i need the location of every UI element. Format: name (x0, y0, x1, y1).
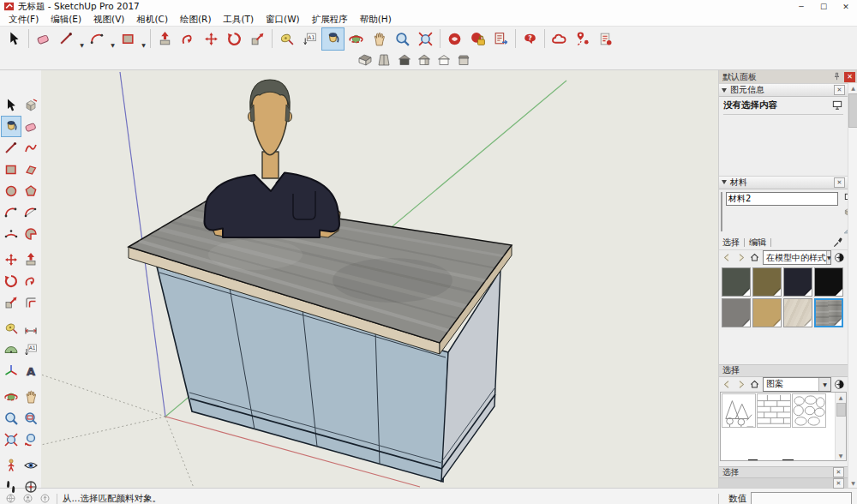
line-button[interactable] (1, 137, 21, 159)
materials-close-button[interactable]: ✕ (834, 177, 845, 188)
follow-me-button[interactable] (21, 270, 42, 291)
pin-icon[interactable] (831, 71, 842, 82)
scroll-up-icon[interactable]: ▲ (836, 393, 846, 402)
scroll-up-icon[interactable]: ▲ (848, 83, 857, 93)
material-collection-dropdown[interactable]: 在模型中的样式 ▼ (763, 250, 831, 265)
menu-item[interactable]: 相机(C) (130, 13, 174, 26)
back-view-button[interactable] (434, 51, 453, 69)
tray-close-button[interactable]: ✕ (844, 72, 855, 82)
zoom-window-button[interactable] (21, 407, 42, 429)
text-button[interactable]: A1 (21, 339, 42, 360)
paint-bucket-button[interactable] (1, 116, 21, 137)
minimize-button[interactable]: ─ (790, 0, 812, 13)
maximize-button[interactable]: ☐ (812, 0, 835, 13)
pie-button[interactable] (21, 223, 42, 244)
style-thumbnail-sketchy-stones[interactable] (792, 393, 826, 428)
tray-header[interactable]: 默认面板 ✕ (719, 70, 857, 83)
line-tools-button[interactable] (55, 27, 78, 51)
iso-view-button[interactable] (355, 51, 375, 69)
collapsed-section[interactable]: 选择 ✕ (719, 466, 848, 477)
styles-scrollbar[interactable]: ▲ ▼ (835, 393, 846, 460)
dropdown-caret-icon[interactable]: ▼ (818, 378, 830, 391)
line-tools-dropdown-caret[interactable]: ▼ (78, 27, 86, 51)
zoom-button[interactable] (1, 407, 21, 429)
menu-item[interactable]: 编辑(E) (45, 13, 87, 26)
paint-bucket-button[interactable] (321, 27, 345, 51)
arc-tools-dropdown-caret[interactable]: ▼ (109, 27, 117, 51)
zoom-extents-button[interactable] (414, 27, 437, 51)
measurements-input[interactable] (751, 492, 852, 504)
left-view-button[interactable] (453, 51, 473, 69)
sign-in-icon[interactable] (39, 493, 51, 504)
collapsed-close-button[interactable]: ✕ (833, 467, 844, 477)
styles-select-bar[interactable]: 选择 (719, 364, 848, 377)
entity-info-close-button[interactable]: ✕ (834, 85, 845, 95)
material-swatch-gray[interactable] (722, 298, 751, 327)
move-button[interactable] (1, 249, 21, 270)
tray-scrollbar[interactable]: ▲ ▼ (848, 83, 857, 488)
material-swatch-black[interactable] (814, 267, 843, 297)
menu-item[interactable]: 帮助(H) (354, 13, 398, 26)
3d-text-button[interactable]: A (21, 360, 42, 381)
scroll-down-icon[interactable]: ▼ (848, 478, 857, 488)
model-viewport[interactable] (41, 70, 718, 488)
circle-button[interactable] (1, 180, 21, 201)
material-swatch-dark-green-gray[interactable] (722, 267, 751, 297)
collapsed-close-button[interactable]: ✕ (833, 478, 844, 489)
tab-edit[interactable]: 编辑 (749, 237, 766, 249)
materials-header[interactable]: 材料 ✕ (719, 176, 848, 189)
polygon-button[interactable] (21, 180, 42, 201)
pan-button[interactable] (368, 27, 391, 51)
3d-warehouse-button[interactable] (548, 27, 571, 51)
freehand-button[interactable] (21, 137, 42, 159)
protractor-button[interactable] (1, 339, 21, 360)
offset-button[interactable] (21, 291, 42, 313)
tape-measure-button[interactable] (1, 317, 21, 339)
tape-measure-button[interactable] (275, 27, 298, 51)
collapse-arrow-icon[interactable] (722, 180, 727, 184)
zoom-extents-button[interactable] (1, 429, 21, 450)
menu-item[interactable]: 绘图(R) (174, 13, 218, 26)
generate-report-button[interactable] (489, 27, 512, 51)
rotate-button[interactable] (223, 27, 246, 51)
scroll-thumb[interactable] (848, 93, 857, 128)
move-button[interactable] (200, 27, 223, 51)
zoom-button[interactable] (391, 27, 414, 51)
arc-tools-button[interactable] (86, 27, 109, 51)
arc-button[interactable] (1, 201, 21, 223)
add-location-button[interactable] (571, 27, 594, 51)
style-thumbnail-sketchy-bricks[interactable] (757, 393, 791, 428)
styles-thumbnail-list[interactable]: ▲ ▼ (720, 392, 847, 461)
menu-item[interactable]: 扩展程序 (306, 13, 354, 26)
collapse-arrow-icon[interactable] (722, 88, 727, 93)
orbit-button[interactable] (345, 27, 368, 51)
front-view-button[interactable] (394, 51, 414, 69)
previous-view-button[interactable] (21, 429, 42, 450)
rotated-rectangle-button[interactable] (21, 159, 42, 180)
three-point-arc-button[interactable] (1, 223, 21, 244)
look-around-button[interactable] (21, 454, 42, 476)
toggle-details-icon[interactable] (831, 99, 843, 111)
details-menu-icon[interactable] (834, 252, 845, 263)
axes-button[interactable] (1, 360, 21, 381)
eraser-button[interactable] (21, 116, 42, 137)
select-button[interactable] (3, 27, 26, 51)
component-exchange-button[interactable] (466, 27, 489, 51)
menu-item[interactable]: 工具(T) (217, 13, 260, 26)
select-button[interactable] (1, 94, 21, 116)
material-name-input[interactable] (726, 192, 838, 206)
collapsed-section[interactable]: ✕ (719, 477, 848, 488)
component-sampler-button[interactable] (443, 27, 466, 51)
forward-arrow-icon[interactable] (735, 379, 746, 390)
shape-tools-button[interactable] (117, 27, 140, 51)
back-arrow-icon[interactable] (722, 252, 733, 263)
shape-tools-dropdown-caret[interactable]: ▼ (140, 27, 147, 51)
eyedropper-icon[interactable] (832, 237, 844, 249)
right-view-button[interactable] (414, 51, 434, 69)
dropdown-caret-icon[interactable]: ▼ (826, 251, 831, 264)
help-center-button[interactable]: ? (518, 27, 542, 51)
position-camera-button[interactable] (1, 454, 21, 476)
material-swatch-dark-navy[interactable] (783, 267, 812, 297)
material-swatch-beige-texture[interactable] (783, 298, 812, 327)
material-swatch-tan[interactable] (752, 298, 782, 327)
